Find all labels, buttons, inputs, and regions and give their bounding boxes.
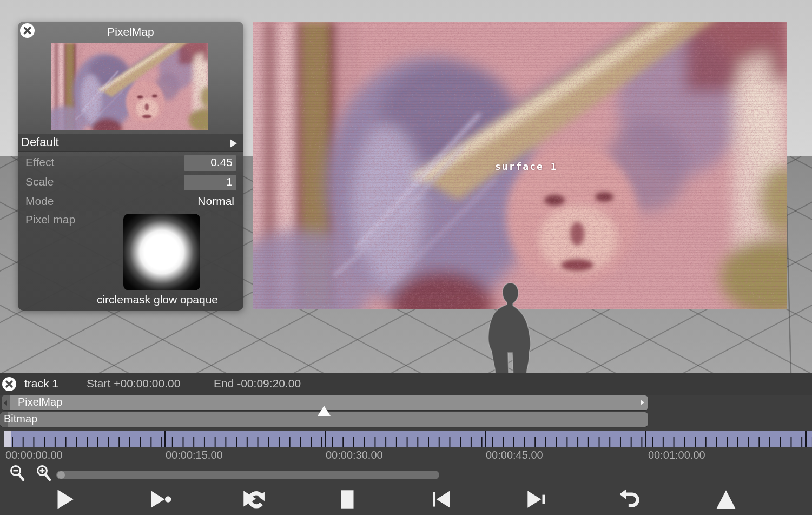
minor-ticks <box>12 437 812 447</box>
param-row-scale: Scale 1 <box>18 174 243 192</box>
track-header: track 1 Start +00:00:00.00 End -00:09:20… <box>0 373 812 395</box>
clip-left-handle[interactable] <box>2 395 10 410</box>
pixelmap-effect-panel: PixelMap Default Effect 0.45 Scale 1 <box>18 22 243 311</box>
param-label: Scale <box>25 175 54 188</box>
skip-to-start-button[interactable] <box>429 487 454 512</box>
preset-selector[interactable]: Default <box>18 134 243 152</box>
time-label: 00:00:45.00 <box>486 449 543 461</box>
major-tick <box>645 431 646 447</box>
track-end-time[interactable]: End -00:09:20.00 <box>214 377 301 390</box>
panel-title: PixelMap <box>18 22 243 41</box>
surface-name-label: surface 1 <box>495 161 558 172</box>
slider-knob[interactable] <box>57 471 65 479</box>
stop-button[interactable] <box>335 487 360 512</box>
param-label: Pixel map <box>25 213 75 226</box>
application-window: surface 1 PixelMap Default Effect <box>0 0 812 515</box>
timeline-panel: track 1 Start +00:00:00.00 End -00:09:20… <box>0 373 812 515</box>
major-tick <box>485 431 486 447</box>
major-tick <box>805 431 807 447</box>
playhead[interactable] <box>4 431 11 447</box>
pixel-map-texture-swatch[interactable] <box>123 214 200 290</box>
time-label: 00:00:00.00 <box>5 449 63 461</box>
eject-button[interactable] <box>714 487 738 512</box>
param-row-mode: Mode Normal <box>18 194 243 211</box>
effect-value: 0.45 <box>210 156 233 169</box>
skip-to-end-button[interactable] <box>524 487 549 512</box>
effect-preview-thumbnail <box>51 43 208 130</box>
param-label: Effect <box>25 156 54 169</box>
time-label: 00:00:15.00 <box>166 449 223 461</box>
track-close-icon[interactable] <box>2 377 17 392</box>
major-tick <box>325 431 326 447</box>
keyframe-marker[interactable] <box>318 406 331 416</box>
projection-surface[interactable]: surface 1 <box>253 22 787 309</box>
zoom-controls <box>0 463 812 484</box>
preset-name: Default <box>21 135 59 149</box>
play-loop-button[interactable] <box>241 487 266 512</box>
transport-bar <box>0 484 812 515</box>
clip-label: Bitmap <box>4 413 37 425</box>
time-label: 00:00:30.00 <box>326 449 383 461</box>
timeline-zoom-slider[interactable] <box>56 471 439 479</box>
major-tick <box>164 431 166 447</box>
param-row-effect: Effect 0.45 <box>18 155 243 172</box>
zoom-in-icon[interactable] <box>34 464 54 483</box>
scale-value: 1 <box>226 175 233 188</box>
clip-label: PixelMap <box>18 396 62 408</box>
track-name: track 1 <box>24 377 58 390</box>
caret-left-icon <box>4 400 7 406</box>
pixel-map-name: circlemask glow opaque <box>75 293 240 306</box>
param-label: Mode <box>25 195 54 208</box>
caret-right-icon[interactable] <box>641 400 644 405</box>
return-to-start-button[interactable] <box>618 487 643 512</box>
time-label: 00:01:00.00 <box>648 449 705 461</box>
mode-value-dropdown[interactable]: Normal <box>197 195 234 208</box>
zoom-out-icon[interactable] <box>8 464 27 483</box>
ruler-labels: 00:00:00.00 00:00:15.00 00:00:30.00 00:0… <box>0 449 812 462</box>
play-button[interactable] <box>51 487 76 512</box>
play-marker-button[interactable] <box>147 487 172 512</box>
track-start-time[interactable]: Start +00:00:00.00 <box>87 377 180 390</box>
viewport-3d[interactable]: surface 1 PixelMap Default Effect <box>0 0 812 373</box>
preset-expand-icon[interactable] <box>230 139 237 148</box>
effect-value-field[interactable]: 0.45 <box>184 155 236 171</box>
scale-value-field[interactable]: 1 <box>184 175 236 190</box>
timeline-ruler[interactable] <box>4 431 812 447</box>
